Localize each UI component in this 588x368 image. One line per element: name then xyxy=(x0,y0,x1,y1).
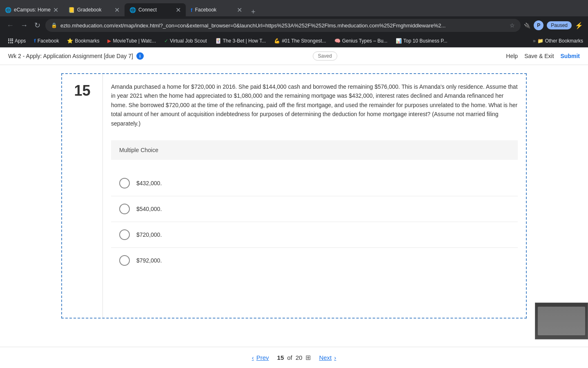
radio-d[interactable] xyxy=(119,255,130,266)
bookmark-genius-label: Genius Types – Bu... xyxy=(342,38,388,44)
total-pages-number: 20 xyxy=(296,354,303,361)
tab-connect-close[interactable]: ✕ xyxy=(176,6,181,14)
bookmark-3bet[interactable]: 🃏 The 3-Bet | How T... xyxy=(212,37,270,45)
bookmark-strongest-label: #01 The Strongest... xyxy=(282,38,326,44)
extension-icon[interactable]: 🔌 xyxy=(524,22,530,29)
multiple-choice-label: Multiple Choice xyxy=(111,140,518,160)
star-icon[interactable]: ☆ xyxy=(510,22,515,29)
tab-facebook-title: Facebook xyxy=(195,7,234,13)
bookmark-apps[interactable]: Apps xyxy=(5,37,29,45)
bookmark-strongest[interactable]: 💪 #01 The Strongest... xyxy=(271,37,330,45)
choice-c-label: $720,000. xyxy=(136,231,162,238)
question-number: 15 xyxy=(62,74,103,318)
bookmarks-bar: Apps f Facebook ⭐ Bookmarks ▶ MovieTube … xyxy=(0,34,588,47)
prev-button[interactable]: ‹ Prev xyxy=(252,354,269,361)
bookmark-movietube[interactable]: ▶ MovieTube | Watc... xyxy=(104,37,159,45)
choice-b[interactable]: $540,000. xyxy=(111,196,518,222)
save-exit-button[interactable]: Save & Exit xyxy=(524,53,554,59)
profile-button[interactable]: P xyxy=(534,20,543,30)
address-text: ezto.mheducation.com/ext/map/index.html?… xyxy=(60,22,506,29)
bookmark-virtualjob[interactable]: ✓ Virtual Job Scout xyxy=(161,37,210,45)
footer-nav: ‹ Prev 15 of 20 ⊞ Next › xyxy=(0,347,588,368)
grid-view-icon[interactable]: ⊞ xyxy=(305,354,311,361)
other-bookmarks-button[interactable]: 📁 Other Bookmarks xyxy=(537,38,583,44)
submit-button[interactable]: Submit xyxy=(561,53,580,59)
choice-d-label: $792,000. xyxy=(136,257,162,264)
tab-connect-title: Connect xyxy=(138,7,173,13)
bookmark-facebook-label: Facebook xyxy=(38,38,59,44)
radio-b[interactable] xyxy=(119,204,130,214)
nav-icons: 🔌 P Paused ⚡ xyxy=(524,20,583,30)
paused-label: Paused xyxy=(551,22,568,28)
bookmark-facebook[interactable]: f Facebook xyxy=(31,36,62,45)
bookmark-bookmarks-label: Bookmarks xyxy=(75,38,99,44)
tab-connect[interactable]: 🌐 Connect ✕ xyxy=(125,3,186,16)
tab-gradebook[interactable]: 📒 Gradebook ✕ xyxy=(63,3,125,16)
current-page-number: 15 xyxy=(277,354,284,361)
choice-a-label: $432,000. xyxy=(136,180,162,186)
back-button[interactable]: ← xyxy=(5,20,16,31)
assignment-title: Wk 2 - Apply: Application Assignment [du… xyxy=(8,53,133,59)
next-arrow-icon: › xyxy=(334,354,336,361)
assignment-title-area: Wk 2 - Apply: Application Assignment [du… xyxy=(8,52,144,60)
new-tab-button[interactable]: + xyxy=(247,8,260,16)
tab-ecampus-title: eCampus: Home xyxy=(14,7,51,13)
page-info: 15 of 20 ⊞ xyxy=(277,354,311,361)
lock-icon: 🔒 xyxy=(51,22,57,28)
prev-label: Prev xyxy=(256,354,269,361)
info-icon[interactable]: i xyxy=(136,52,144,60)
question-text: Amanda purchased a home for $720,000 in … xyxy=(111,82,518,128)
tab-gradebook-title: Gradebook xyxy=(77,7,112,13)
choices-container: $432,000. $540,000. $720,000. $792,000. xyxy=(111,166,518,277)
choice-c[interactable]: $720,000. xyxy=(111,222,518,248)
help-link[interactable]: Help xyxy=(506,53,518,59)
bookmark-3bet-label: The 3-Bet | How T... xyxy=(223,38,266,44)
content-area: 15 Amanda purchased a home for $720,000 … xyxy=(29,65,559,327)
bookmark-top10[interactable]: 📊 Top 10 Business P... xyxy=(392,37,451,45)
radio-c[interactable] xyxy=(119,229,130,240)
page-content: Wk 2 - Apply: Application Assignment [du… xyxy=(0,47,588,368)
bookmark-top10-label: Top 10 Business P... xyxy=(403,38,448,44)
tab-gradebook-close[interactable]: ✕ xyxy=(114,6,120,14)
radio-a[interactable] xyxy=(119,178,130,188)
tab-facebook[interactable]: f Facebook ✕ xyxy=(186,3,247,16)
nav-bar: ← → ↻ 🔒 ezto.mheducation.com/ext/map/ind… xyxy=(0,16,588,34)
paused-button[interactable]: Paused xyxy=(547,21,572,29)
forward-button[interactable]: → xyxy=(19,20,29,31)
of-label: of xyxy=(287,354,292,361)
bookmark-movietube-label: MovieTube | Watc... xyxy=(113,38,156,44)
extensions-icon[interactable]: ⚡ xyxy=(575,22,583,29)
bookmark-virtualjob-label: Virtual Job Scout xyxy=(170,38,207,44)
bookmarks-more-button[interactable]: » xyxy=(533,38,536,44)
browser-chrome: 🌐 eCampus: Home ✕ 📒 Gradebook ✕ 🌐 Connec… xyxy=(0,0,588,47)
choice-d[interactable]: $792,000. xyxy=(111,248,518,273)
question-container: 15 Amanda purchased a home for $720,000 … xyxy=(61,73,527,319)
tab-ecampus[interactable]: 🌐 eCampus: Home ✕ xyxy=(0,3,63,16)
next-label: Next xyxy=(319,354,332,361)
bookmark-bookmarks[interactable]: ⭐ Bookmarks xyxy=(64,37,102,45)
prev-arrow-icon: ‹ xyxy=(252,354,254,361)
address-bar[interactable]: 🔒 ezto.mheducation.com/ext/map/index.htm… xyxy=(45,19,521,32)
tab-facebook-close[interactable]: ✕ xyxy=(237,6,242,14)
apps-label: Apps xyxy=(15,38,26,44)
other-bookmarks-label: Other Bookmarks xyxy=(545,38,583,44)
page-header: Wk 2 - Apply: Application Assignment [du… xyxy=(0,47,588,65)
tab-ecampus-close[interactable]: ✕ xyxy=(53,6,58,14)
header-actions: Help Save & Exit Submit xyxy=(506,53,580,59)
reload-button[interactable]: ↻ xyxy=(33,19,42,31)
profile-circle[interactable]: P xyxy=(534,20,543,30)
thumbnail-overlay xyxy=(535,303,588,339)
bookmark-genius[interactable]: 🧠 Genius Types – Bu... xyxy=(331,37,391,45)
next-button[interactable]: Next › xyxy=(319,354,336,361)
saved-badge: Saved xyxy=(313,52,337,61)
tab-bar: 🌐 eCampus: Home ✕ 📒 Gradebook ✕ 🌐 Connec… xyxy=(0,0,588,16)
choice-b-label: $540,000. xyxy=(136,206,162,212)
question-body: Amanda purchased a home for $720,000 in … xyxy=(103,74,526,318)
choice-a[interactable]: $432,000. xyxy=(111,171,518,196)
